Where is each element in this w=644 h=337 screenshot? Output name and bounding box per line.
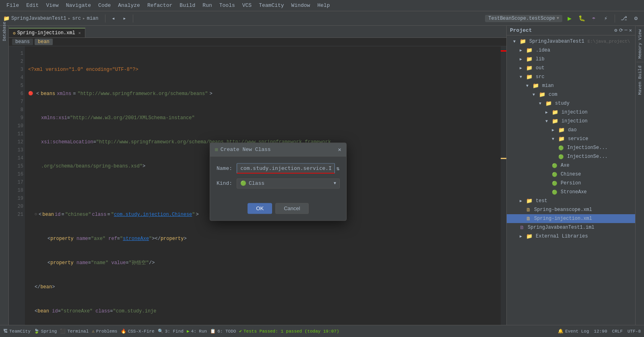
dialog-actions: OK Cancel xyxy=(210,200,346,220)
maven-build-tab[interactable]: Maven Build xyxy=(636,62,644,98)
teamcity-item[interactable]: 🏗 TeamCity xyxy=(3,329,31,334)
breadcrumb-bean[interactable]: bean xyxy=(35,39,53,45)
menu-edit[interactable]: Edit xyxy=(23,2,42,9)
list-item[interactable]: ▶ 📁 lib xyxy=(507,55,635,64)
toolbar-btn-forward[interactable]: ▸ xyxy=(120,14,130,23)
toolbar-sep3 xyxy=(615,14,615,23)
dialog-name-input[interactable] xyxy=(237,163,335,174)
toolbar: 📁 SpringJavabeanTest1 ▸ src ▸ mian ◂ ▸ T… xyxy=(0,11,644,26)
debug-button[interactable]: 🐛 xyxy=(577,14,586,23)
settings-button[interactable]: ⚙ xyxy=(631,14,641,23)
dialog-name-label: Name: xyxy=(217,165,237,172)
menu-help[interactable]: Help xyxy=(314,2,333,9)
cssxfire-item[interactable]: 🔥 CSS-X-Fire xyxy=(121,329,155,334)
menu-file[interactable]: File xyxy=(3,2,22,9)
list-item[interactable]: ▼ 📁 src xyxy=(507,72,635,81)
profile-button[interactable]: ⚡ xyxy=(601,14,611,23)
todo-item[interactable]: 📋 6: TODO xyxy=(210,329,236,334)
list-item[interactable]: ▼ 📁 study xyxy=(507,99,635,108)
project-collapse-icon[interactable]: — xyxy=(625,27,627,33)
list-item[interactable]: 🗎 Spring-beanscope.xml xyxy=(507,205,635,214)
list-item[interactable]: ▶ 📁 External Libraries xyxy=(507,232,635,241)
project-settings-icon[interactable]: ⚙ xyxy=(614,27,617,33)
event-log-icon: 🔔 xyxy=(558,329,564,334)
list-item[interactable]: ▼ 📁 service xyxy=(507,134,635,143)
vcs-button[interactable]: ⎇ xyxy=(619,14,629,23)
list-item[interactable]: 🟢 InjectionSe... xyxy=(507,152,635,161)
spring-item[interactable]: 🍃 Spring xyxy=(34,329,57,334)
project-root-icon: 📁 xyxy=(520,38,526,45)
coverage-button[interactable]: ☂ xyxy=(589,14,599,23)
line-ending[interactable]: CRLF xyxy=(612,329,623,334)
list-item[interactable]: ▶ 📁 out xyxy=(507,64,635,72)
list-item[interactable]: 🟢 Persion xyxy=(507,179,635,188)
list-item[interactable]: ▶ 📁 .idea xyxy=(507,46,635,55)
tree-root[interactable]: ▼ 📁 SpringJavabeanTest1 E:\java_project\ xyxy=(507,37,635,46)
tree-root-arrow: ▼ xyxy=(513,39,518,44)
breadcrumb-beans[interactable]: beans xyxy=(12,39,33,45)
folder-icon: 📁 xyxy=(558,127,565,133)
tab-spring-injection[interactable]: ⚙ Spring-injection.xml ✕ xyxy=(9,28,85,37)
dialog-kind-select[interactable]: 🟢 Class ▼ xyxy=(237,178,340,188)
problems-item[interactable]: ⚠ Problems xyxy=(92,329,117,334)
problems-icon: ⚠ xyxy=(92,329,95,334)
folder-icon: 📁 xyxy=(526,74,533,80)
list-item[interactable]: ▶ 📁 test xyxy=(507,196,635,205)
status-bar: 🏗 TeamCity 🍃 Spring ⬛ Terminal ⚠ Problem… xyxy=(0,325,644,337)
menu-view[interactable]: View xyxy=(43,2,62,9)
event-log-item[interactable]: 🔔 Event Log xyxy=(558,329,589,334)
left-sidebar: Database xyxy=(0,26,9,325)
list-item[interactable]: ▶ 📁 dao xyxy=(507,126,635,134)
menu-analyze[interactable]: Analyze xyxy=(115,2,143,9)
dialog-body: Name: ⇅ Kind: 🟢 Class ▼ xyxy=(210,157,346,200)
dialog-ok-button[interactable]: OK xyxy=(248,203,272,214)
list-item[interactable]: 🟢 StroneAxe xyxy=(507,188,635,196)
menu-window[interactable]: Window xyxy=(288,2,314,9)
menu-refactor[interactable]: Refactor xyxy=(144,2,175,9)
cursor-position: 12:90 xyxy=(594,329,607,334)
run-config-selector[interactable]: TestBeanScope.testScope ▼ xyxy=(485,15,562,22)
xml-file-icon: 🗎 xyxy=(526,216,531,222)
list-item[interactable]: ▶ 📁 injection xyxy=(507,108,635,117)
tab-close-icon[interactable]: ✕ xyxy=(78,31,81,35)
database-tab[interactable]: Database xyxy=(0,27,8,35)
find-icon: 🔍 xyxy=(158,329,163,334)
menu-teamcity[interactable]: TeamCity xyxy=(256,2,287,9)
menu-navigate[interactable]: Navigate xyxy=(63,2,94,9)
terminal-item[interactable]: ⬛ Terminal xyxy=(60,329,89,334)
menu-vcs[interactable]: VCS xyxy=(239,2,255,9)
list-item[interactable]: 🟢 Chinese xyxy=(507,170,635,179)
tests-status: ✔ Tests Passed: 1 passed (today 19:07) xyxy=(239,329,339,334)
menu-code[interactable]: Code xyxy=(95,2,114,9)
run-button[interactable]: ▶ xyxy=(565,14,574,23)
find-item[interactable]: 🔍 3: Find xyxy=(158,329,184,334)
dialog-cancel-button[interactable]: Cancel xyxy=(275,203,308,214)
memory-view-tab[interactable]: Memory View xyxy=(636,26,644,62)
sort-icon[interactable]: ⇅ xyxy=(336,165,340,172)
list-item[interactable]: 🗎 SpringJavabeanTest1.iml xyxy=(507,223,635,232)
list-item[interactable]: 🟢 InjectionSe... xyxy=(507,143,635,152)
list-item[interactable]: 🗎 Spring-injection.xml xyxy=(507,214,635,223)
run-item[interactable]: ▶ 4: Run xyxy=(187,329,207,334)
list-item[interactable]: 🟢 Axe xyxy=(507,161,635,170)
menu-build[interactable]: Build xyxy=(176,2,198,9)
project-sync-icon[interactable]: ⟳ xyxy=(619,27,623,33)
folder-icon: 📁 xyxy=(552,118,558,124)
folder-expand-arrow: ▶ xyxy=(552,128,557,132)
toolbar-btn-back[interactable]: ◂ xyxy=(109,14,118,23)
spring-icon: 🍃 xyxy=(34,329,39,334)
list-item[interactable]: ▼ 📁 com xyxy=(507,90,635,99)
folder-expand-arrow: ▶ xyxy=(545,110,550,115)
menu-run[interactable]: Run xyxy=(199,2,215,9)
project-name: 📁 SpringJavabeanTest1 ▸ src ▸ mian xyxy=(3,15,99,22)
list-item[interactable]: ▼ 📁 mian xyxy=(507,81,635,90)
encoding[interactable]: UTF-8 xyxy=(627,329,641,334)
folder-icon: 📁 xyxy=(539,91,545,98)
create-new-class-dialog: ⊞ Create New Class ✕ Name: ⇅ Kind: xyxy=(210,143,347,221)
dialog-close-icon[interactable]: ✕ xyxy=(338,146,341,153)
folder-expand-arrow: ▼ xyxy=(552,137,557,141)
menu-tools[interactable]: Tools xyxy=(216,2,238,9)
list-item[interactable]: ▼ 📁 injection xyxy=(507,117,635,126)
project-close-icon[interactable]: ✕ xyxy=(629,27,632,33)
menu-bar: File Edit View Navigate Code Analyze Ref… xyxy=(0,0,644,11)
